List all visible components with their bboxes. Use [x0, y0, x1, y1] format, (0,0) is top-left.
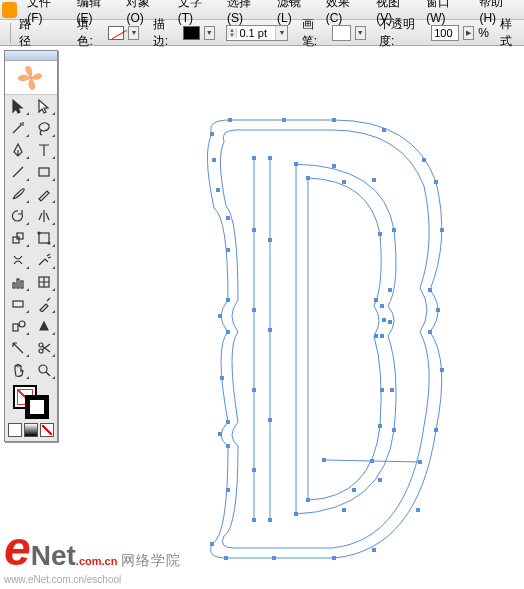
svg-rect-11	[13, 324, 18, 331]
menu-window[interactable]: 窗口(W)	[420, 0, 473, 27]
svg-rect-10	[13, 301, 23, 307]
svg-rect-65	[380, 334, 384, 338]
free-transform-tool[interactable]	[31, 227, 57, 249]
toolbox-titlebar[interactable]	[5, 51, 57, 61]
svg-rect-20	[382, 128, 386, 132]
stroke-indicator[interactable]	[25, 395, 49, 419]
svg-rect-37	[218, 432, 222, 436]
scale-tool[interactable]	[5, 227, 31, 249]
svg-rect-40	[226, 330, 230, 334]
artwork-path[interactable]	[184, 110, 454, 570]
fill-label: 填色:	[77, 16, 102, 50]
brush-tool[interactable]	[5, 183, 31, 205]
svg-rect-6	[13, 283, 15, 288]
svg-rect-33	[224, 556, 228, 560]
svg-rect-55	[268, 328, 272, 332]
svg-rect-48	[252, 228, 256, 232]
svg-rect-21	[422, 158, 426, 162]
color-modes	[5, 421, 57, 441]
svg-rect-80	[306, 498, 310, 502]
svg-rect-45	[216, 188, 220, 192]
stroke-label: 描边:	[153, 16, 178, 50]
svg-rect-77	[380, 388, 384, 392]
stroke-swatch[interactable]	[183, 26, 199, 40]
stroke-weight-field[interactable]: ▲▼ ▼	[226, 25, 288, 41]
stroke-dropdown-icon[interactable]: ▼	[204, 26, 215, 40]
svg-rect-56	[268, 418, 272, 422]
rotate-tool[interactable]	[5, 205, 31, 227]
fill-swatch[interactable]	[108, 26, 124, 40]
opacity-dropdown-icon[interactable]: ▶	[463, 26, 474, 40]
svg-rect-35	[226, 488, 230, 492]
menu-type[interactable]: 文字(T)	[172, 0, 221, 27]
canvas-area[interactable]	[64, 50, 522, 587]
opacity-input[interactable]	[431, 25, 459, 41]
slice-tool[interactable]	[5, 337, 31, 359]
svg-rect-29	[416, 508, 420, 512]
svg-rect-34	[210, 542, 214, 546]
svg-rect-70	[294, 512, 298, 516]
svg-rect-69	[342, 508, 346, 512]
warp-tool[interactable]	[5, 249, 31, 271]
svg-rect-38	[226, 420, 230, 424]
menu-select[interactable]: 选择(S)	[221, 0, 271, 27]
svg-rect-72	[342, 180, 346, 184]
svg-rect-8	[21, 281, 23, 288]
svg-rect-39	[220, 376, 224, 380]
lasso-tool[interactable]	[31, 117, 57, 139]
svg-rect-3	[39, 233, 49, 243]
live-paint-tool[interactable]	[31, 315, 57, 337]
fill-stroke-controls[interactable]	[5, 381, 57, 421]
svg-rect-7	[17, 279, 19, 288]
eyedropper-tool[interactable]	[31, 293, 57, 315]
svg-rect-36	[226, 444, 230, 448]
stroke-weight-input[interactable]	[237, 27, 275, 39]
svg-rect-0	[39, 168, 49, 176]
rectangle-tool[interactable]	[31, 161, 57, 183]
reflect-tool[interactable]	[31, 205, 57, 227]
svg-rect-60	[372, 178, 376, 182]
brush-swatch[interactable]	[332, 25, 350, 41]
svg-rect-17	[228, 118, 232, 122]
svg-rect-63	[380, 304, 384, 308]
blend-tool[interactable]	[5, 315, 31, 337]
svg-rect-46	[212, 158, 216, 162]
hand-tool[interactable]	[5, 359, 31, 381]
symbol-sprayer-tool[interactable]	[31, 249, 57, 271]
divider	[10, 23, 11, 43]
svg-point-15	[39, 365, 47, 373]
svg-rect-1	[13, 237, 19, 243]
graph-tool[interactable]	[5, 271, 31, 293]
svg-rect-27	[440, 368, 444, 372]
direct-select-tool[interactable]	[31, 95, 57, 117]
svg-rect-19	[332, 118, 336, 122]
svg-rect-57	[268, 518, 272, 522]
watermark: eNet.com.cn 网络学院 www.eNet.com.cn/eschool	[4, 521, 181, 585]
pencil-tool[interactable]	[31, 183, 57, 205]
line-tool[interactable]	[5, 161, 31, 183]
fill-dropdown-icon[interactable]: ▼	[128, 26, 139, 40]
mode-gradient[interactable]	[24, 423, 38, 437]
mode-none[interactable]	[40, 423, 54, 437]
svg-rect-32	[272, 556, 276, 560]
scissors-tool[interactable]	[31, 337, 57, 359]
svg-rect-2	[17, 233, 23, 239]
svg-rect-24	[428, 288, 432, 292]
svg-rect-61	[392, 228, 396, 232]
logo-flower-icon	[5, 61, 57, 95]
svg-rect-66	[390, 388, 394, 392]
mesh-tool[interactable]	[31, 271, 57, 293]
svg-rect-30	[372, 548, 376, 552]
brush-dropdown-icon[interactable]: ▼	[355, 26, 366, 40]
mode-color[interactable]	[8, 423, 22, 437]
pen-tool[interactable]	[5, 139, 31, 161]
type-tool[interactable]	[31, 139, 57, 161]
zoom-tool[interactable]	[31, 359, 57, 381]
svg-rect-41	[218, 314, 222, 318]
gradient-tool[interactable]	[5, 293, 31, 315]
svg-rect-22	[434, 180, 438, 184]
magic-wand-tool[interactable]	[5, 117, 31, 139]
svg-rect-18	[282, 118, 286, 122]
menu-effect[interactable]: 效果(C)	[320, 0, 371, 27]
selection-tool[interactable]	[5, 95, 31, 117]
